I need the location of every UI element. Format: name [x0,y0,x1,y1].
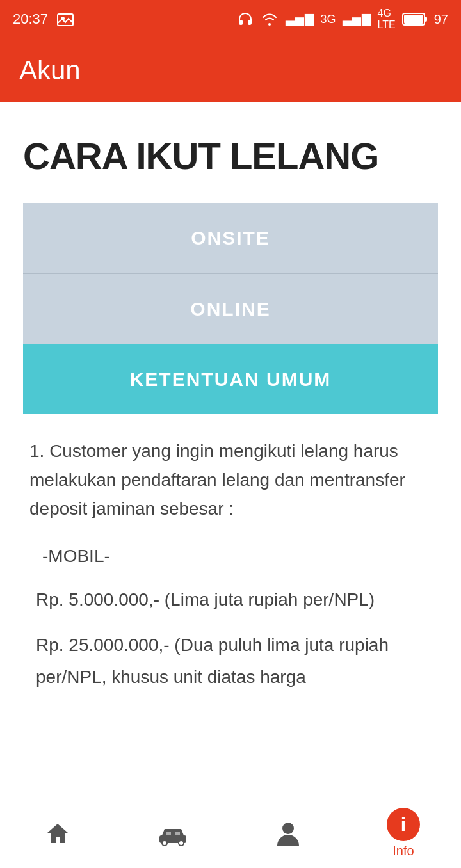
page-title: CARA IKUT LELANG [23,134,438,177]
app-bar-title: Akun [19,55,81,86]
car-icon [157,821,189,846]
svg-point-7 [179,840,184,846]
tab-online[interactable]: ONLINE [23,273,438,344]
status-time: 20:37 [13,11,48,28]
content-prices: Rp. 5.000.000,- (Lima juta rupiah per/NP… [36,584,432,693]
content-paragraph1: 1. Customer yang ingin mengikuti lelang … [29,437,432,523]
svg-rect-9 [175,832,180,835]
svg-rect-4 [425,17,427,22]
svg-point-10 [282,823,294,834]
battery-icon [402,12,428,26]
nav-profile[interactable] [230,798,346,868]
content-mobil: -MOBIL- [42,542,432,571]
battery-percent: 97 [434,12,448,27]
nav-info[interactable]: i Info [346,798,461,868]
signal2-icon: ▃▅▇ [343,12,371,26]
person-icon [276,820,300,847]
status-right: ▃▅▇ 3G ▃▅▇ 4GLTE 97 [237,8,448,31]
content-area: 1. Customer yang ingin mengikuti lelang … [23,414,438,725]
price1: Rp. 5.000.000,- (Lima juta rupiah per/NP… [36,584,432,616]
main-content: CARA IKUT LELANG ONSITE ONLINE KETENTUAN… [0,102,461,802]
app-bar: Akun [0,38,461,102]
nav-info-label: Info [392,844,414,858]
svg-point-6 [162,840,167,846]
price2: Rp. 25.000.000,- (Dua puluh lima juta ru… [36,629,432,694]
bottom-nav: i Info [0,798,461,868]
svg-rect-3 [404,15,423,24]
signal-icon: ▃▅▇ [286,12,314,26]
home-icon [45,821,70,846]
nav-car[interactable] [115,798,230,868]
3g-label: 3G [321,13,336,26]
status-left: 20:37 [13,11,74,28]
status-bar: 20:37 ▃▅▇ 3G ▃▅▇ 4GLTE [0,0,461,38]
nav-home[interactable] [0,798,115,868]
image-icon [57,12,74,26]
wifi-icon [260,12,279,27]
headphone-icon [237,12,254,27]
info-circle-icon: i [387,808,420,841]
tab-ketentuan-umum[interactable]: KETENTUAN UMUM [23,344,438,414]
tab-onsite[interactable]: ONSITE [23,203,438,273]
svg-rect-8 [166,832,171,835]
4g-lte-label: 4GLTE [378,8,396,31]
